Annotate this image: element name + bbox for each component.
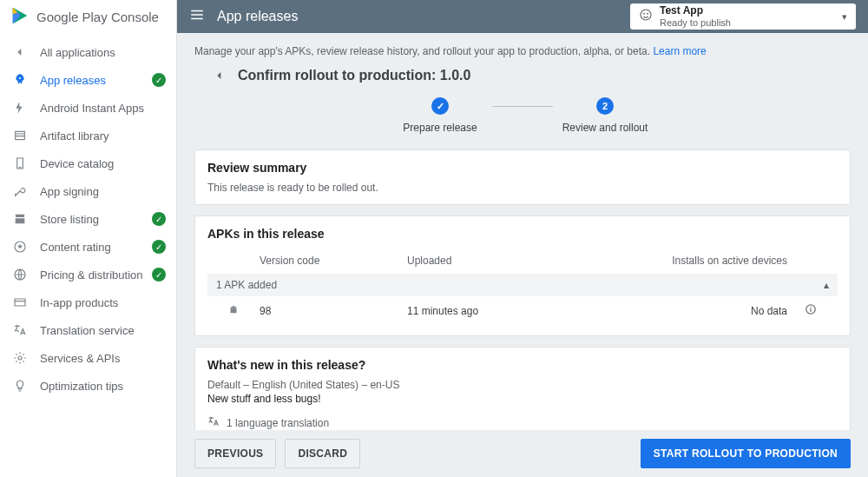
check-badge-icon: ✓	[152, 212, 166, 226]
stepper: ✓ Prepare release 2 Review and rollout	[177, 89, 868, 149]
step-review-label: Review and rollout	[562, 122, 648, 134]
step-review[interactable]: 2 Review and rollout	[553, 97, 657, 134]
sidebar-item-app-signing[interactable]: App signing	[0, 177, 176, 205]
step-prepare-label: Prepare release	[403, 122, 477, 134]
whats-new-heading: What's new in this release?	[207, 358, 838, 372]
sidebar: All applications App releases✓Android In…	[0, 33, 176, 405]
learn-more-link[interactable]: Learn more	[653, 45, 706, 57]
start-rollout-button[interactable]: Start rollout to production	[641, 439, 851, 468]
step-prepare-dot: ✓	[431, 97, 449, 115]
whats-new-lang-text: 1 language translation	[227, 417, 329, 429]
brand-name: Google Play Console	[36, 10, 159, 24]
sidebar-item-label: Android Instant Apps	[40, 102, 144, 115]
footer: Previous Discard Start rollout to produc…	[177, 430, 868, 477]
selected-app-name: Test App	[660, 5, 835, 17]
svg-point-8	[234, 308, 235, 308]
whats-new-body: New stuff and less bugs!	[207, 393, 838, 405]
whats-new-lang[interactable]: 1 language translation	[207, 415, 838, 430]
card-icon	[12, 295, 28, 310]
svg-point-5	[643, 13, 645, 15]
sidebar-item-android-instant-apps[interactable]: Android Instant Apps	[0, 94, 176, 122]
sidebar-item-label: Device catalog	[40, 157, 114, 170]
sidebar-item-label: Optimization tips	[40, 380, 123, 393]
sidebar-item-label: App releases	[40, 74, 106, 87]
translate-icon	[207, 415, 220, 430]
sidebar-item-label: Artifact library	[40, 129, 108, 142]
svg-point-7	[232, 308, 233, 308]
apks-card: APKs in this release Version code Upload…	[194, 215, 851, 336]
col-version: Version code	[260, 255, 407, 267]
apks-band[interactable]: 1 APK added ▴	[207, 274, 838, 296]
svg-point-4	[641, 10, 651, 20]
sidebar-item-services-apis[interactable]: Services & APIs	[0, 344, 176, 372]
col-installs: Installs on active devices	[624, 255, 792, 267]
sidebar-item-pricing-distribution[interactable]: Pricing & distribution✓	[0, 261, 176, 288]
sidebar-item-device-catalog[interactable]: Device catalog	[0, 149, 176, 177]
header-title: App releases	[217, 9, 298, 24]
rocket-icon	[12, 72, 28, 88]
apk-uploaded: 11 minutes ago	[407, 305, 624, 317]
download-icon[interactable]	[825, 303, 838, 318]
rating-icon	[12, 239, 28, 255]
svg-point-3	[18, 356, 22, 360]
review-summary-heading: Review summary	[207, 161, 838, 175]
apks-heading: APKs in this release	[207, 227, 838, 241]
sidebar-item-store-listing[interactable]: Store listing✓	[0, 205, 176, 233]
sidebar-item-label: Services & APIs	[40, 352, 120, 365]
page-title: Confirm rollout to production: 1.0.0	[238, 68, 470, 83]
intro-body: Manage your app's APKs, review release h…	[194, 45, 650, 57]
whats-new-card: What's new in this release? Default – En…	[194, 347, 851, 430]
discard-button[interactable]: Discard	[285, 439, 360, 468]
globe-icon	[12, 267, 28, 282]
svg-rect-10	[810, 308, 811, 312]
sidebar-item-label: Pricing & distribution	[40, 268, 143, 282]
sidebar-item-content-rating[interactable]: Content rating✓	[0, 233, 176, 261]
check-badge-icon: ✓	[152, 73, 166, 87]
apks-band-text: 1 APK added	[216, 279, 277, 291]
brand: Google Play Console	[0, 0, 176, 33]
chevron-down-icon: ▾	[842, 11, 847, 23]
translate-icon	[12, 322, 28, 338]
selected-app-status: Ready to publish	[660, 17, 835, 28]
bulb-icon	[12, 378, 28, 394]
apks-columns: Version code Uploaded Installs on active…	[207, 248, 838, 274]
all-applications-label: All applications	[40, 46, 115, 59]
gear-icon	[12, 350, 28, 366]
sidebar-item-label: Content rating	[40, 241, 111, 254]
review-summary-card: Review summary This release is ready to …	[194, 149, 851, 205]
info-icon[interactable]	[805, 303, 817, 318]
sidebar-item-app-releases[interactable]: App releases✓	[0, 66, 176, 94]
col-uploaded: Uploaded	[407, 255, 624, 267]
apk-installs: No data	[624, 305, 792, 317]
sidebar-item-artifact-library[interactable]: Artifact library	[0, 122, 176, 149]
play-console-logo-icon	[10, 6, 30, 28]
all-applications-link[interactable]: All applications	[0, 38, 176, 66]
step-prepare[interactable]: ✓ Prepare release	[388, 97, 492, 134]
key-icon	[12, 183, 28, 199]
app-selector[interactable]: Test App Ready to publish ▾	[630, 3, 856, 30]
svg-point-0	[19, 77, 21, 79]
apk-version: 98	[260, 305, 407, 317]
header: App releases Test App Ready to publish ▾	[177, 0, 868, 33]
hamburger-icon[interactable]	[189, 7, 205, 26]
sidebar-item-optimization-tips[interactable]: Optimization tips	[0, 372, 176, 400]
bolt-icon	[12, 100, 28, 116]
sidebar-item-label: Translation service	[40, 324, 135, 337]
check-badge-icon: ✓	[152, 240, 166, 254]
sidebar-item-label: App signing	[40, 185, 99, 198]
sidebar-item-in-app-products[interactable]: In-app products	[0, 288, 176, 316]
check-badge-icon: ✓	[152, 268, 166, 282]
step-review-dot: 2	[596, 97, 614, 115]
step-connector	[492, 106, 553, 107]
store-icon	[12, 211, 28, 227]
sidebar-item-translation-service[interactable]: Translation service	[0, 316, 176, 344]
arrow-left-icon	[12, 44, 28, 60]
device-icon	[12, 156, 28, 171]
library-icon	[12, 128, 28, 143]
back-arrow-icon[interactable]	[212, 68, 227, 83]
collapse-icon: ▴	[824, 279, 829, 291]
previous-button[interactable]: Previous	[194, 439, 276, 468]
whats-new-subtitle: Default – English (United States) – en-U…	[207, 379, 838, 391]
review-summary-body: This release is ready to be rolled out.	[207, 182, 838, 194]
android-icon	[207, 305, 260, 317]
